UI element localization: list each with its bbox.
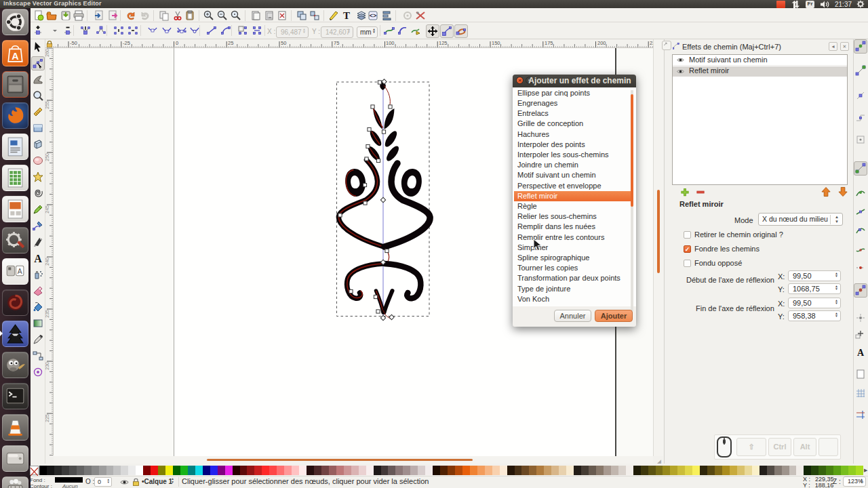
- svg-text:A: A: [857, 348, 865, 358]
- svg-text:T: T: [343, 10, 350, 21]
- svg-text:75: 75: [334, 40, 339, 46]
- svg-text:260: 260: [45, 49, 50, 57]
- svg-text:0: 0: [176, 40, 178, 46]
- svg-text:A: A: [12, 51, 18, 62]
- svg-text:25: 25: [228, 40, 233, 46]
- svg-text:200: 200: [597, 40, 606, 46]
- svg-text:A: A: [34, 253, 42, 264]
- svg-text:225: 225: [45, 414, 50, 422]
- svg-text:100: 100: [386, 40, 395, 46]
- svg-text:A: A: [18, 268, 22, 275]
- svg-text:250: 250: [45, 153, 50, 161]
- svg-text:150: 150: [492, 40, 500, 46]
- svg-text:<>: <>: [370, 12, 377, 19]
- svg-text:-25: -25: [123, 40, 130, 46]
- svg-text:175: 175: [545, 40, 553, 46]
- svg-text:230: 230: [45, 362, 50, 370]
- svg-text:50: 50: [281, 40, 286, 46]
- svg-text:245: 245: [45, 205, 50, 214]
- svg-text:-50: -50: [70, 40, 77, 46]
- svg-text:125: 125: [439, 40, 448, 46]
- svg-text:240: 240: [45, 258, 50, 266]
- svg-text:235: 235: [45, 310, 50, 318]
- svg-text:255: 255: [45, 101, 50, 109]
